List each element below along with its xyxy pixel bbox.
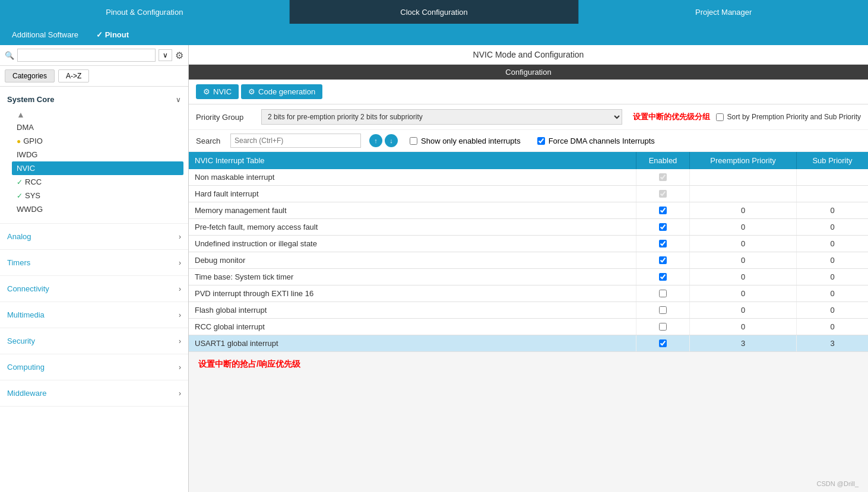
sidebar-item-nvic[interactable]: NVIC: [12, 161, 183, 175]
snav-pinout[interactable]: ✓ Pinout: [96, 30, 129, 39]
enabled-cell[interactable]: [636, 186, 690, 202]
sidebar-item-iwdg[interactable]: IWDG: [12, 148, 183, 161]
subpriority-cell: [797, 169, 868, 185]
second-nav: Additional Software ✓ Pinout: [0, 24, 868, 45]
enabled-cell[interactable]: [636, 252, 690, 268]
section-header-multimedia[interactable]: Multimedia ›: [0, 306, 188, 324]
section-timers: Timers ›: [0, 250, 188, 276]
enabled-checkbox[interactable]: [659, 173, 667, 181]
tab-categories[interactable]: Categories: [5, 69, 55, 82]
chevron-right-icon-security: ›: [179, 337, 181, 345]
preemption-cell: [690, 186, 797, 202]
subpriority-cell: 0: [797, 202, 868, 218]
enabled-cell[interactable]: [636, 285, 690, 301]
chevron-down-icon: ∨: [176, 96, 181, 104]
nav-project[interactable]: Project Manager: [579, 0, 868, 24]
preemption-cell: 0: [690, 302, 797, 318]
sidebar-item-gpio[interactable]: ● GPIO: [12, 134, 183, 148]
enabled-cell[interactable]: [636, 269, 690, 285]
section-title-computing: Computing: [7, 363, 45, 372]
section-header-analog[interactable]: Analog ›: [0, 227, 188, 246]
nvic-tab-icon: ⚙: [203, 87, 210, 96]
section-header-security[interactable]: Security ›: [0, 332, 188, 350]
check-icon-sys: ✓: [17, 192, 23, 200]
enabled-checkbox[interactable]: [659, 240, 667, 247]
sidebar-item-dma[interactable]: DMA: [12, 120, 183, 134]
subpriority-cell: 0: [797, 285, 868, 301]
chevron-right-icon-connectivity: ›: [179, 285, 181, 293]
sidebar-item-sys[interactable]: ✓ SYS: [12, 189, 183, 202]
table-row: Undefined instruction or illegal state00: [189, 236, 868, 252]
section-header-computing[interactable]: Computing ›: [0, 358, 188, 376]
gear-icon[interactable]: ⚙: [175, 50, 183, 61]
enabled-checkbox[interactable]: [659, 190, 667, 198]
enabled-cell[interactable]: [636, 202, 690, 218]
tab-nvic[interactable]: ⚙ NVIC: [196, 84, 239, 99]
search-next-btn[interactable]: ↓: [385, 134, 398, 147]
table-body: Non maskable interruptHard fault interru…: [189, 169, 868, 352]
force-dma-label: Force DMA channels Interrupts: [549, 137, 655, 145]
tab-atoz[interactable]: A->Z: [58, 69, 89, 82]
force-dma-wrap: Force DMA channels Interrupts: [537, 137, 655, 145]
search-label: Search: [196, 137, 226, 145]
tabs-bar: ⚙ NVIC ⚙ Code generation: [189, 80, 868, 104]
section-header-system-core[interactable]: System Core ∨: [0, 90, 188, 109]
nvic-table: NVIC Interrupt Table Enabled Preemption …: [189, 152, 868, 492]
table-row: RCC global interrupt00: [189, 319, 868, 335]
search-icon: 🔍: [5, 51, 14, 60]
priority-group-row: Priority Group 2 bits for pre-emption pr…: [189, 104, 868, 130]
section-computing: Computing ›: [0, 354, 188, 380]
enabled-checkbox[interactable]: [659, 339, 667, 347]
enabled-checkbox[interactable]: [659, 306, 667, 314]
show-enabled-wrap: Show only enabled interrupts: [410, 137, 521, 145]
subpriority-cell: 3: [797, 335, 868, 351]
system-core-items: ▲ DMA ● GPIO IWDG NVIC ✓ RCC: [0, 109, 188, 220]
preemption-cell: 0: [690, 285, 797, 301]
show-enabled-checkbox[interactable]: [410, 137, 417, 145]
table-row: PVD interrupt through EXTI line 1600: [189, 285, 868, 302]
section-header-connectivity[interactable]: Connectivity ›: [0, 280, 188, 298]
sidebar-item-rcc[interactable]: ✓ RCC: [12, 175, 183, 189]
content-header: NVIC Mode and Configuration: [189, 45, 868, 65]
code-gen-tab-icon: ⚙: [248, 87, 255, 96]
preemption-cell: 3: [690, 335, 797, 351]
subpriority-cell: [797, 186, 868, 202]
subpriority-cell: 0: [797, 269, 868, 285]
enabled-cell[interactable]: [636, 169, 690, 185]
enabled-checkbox[interactable]: [659, 290, 667, 297]
enabled-checkbox[interactable]: [659, 273, 667, 281]
enabled-cell[interactable]: [636, 319, 690, 335]
show-enabled-label: Show only enabled interrupts: [421, 137, 521, 145]
search-dropdown-btn[interactable]: ∨: [159, 49, 172, 61]
priority-group-select[interactable]: 2 bits for pre-emption priority 2 bits f…: [261, 109, 622, 125]
force-dma-checkbox[interactable]: [537, 137, 545, 145]
table-row: Non maskable interrupt: [189, 169, 868, 186]
nav-pinout[interactable]: Pinout & Configuration: [0, 0, 290, 24]
enabled-cell[interactable]: [636, 219, 690, 235]
preemption-annotation: 设置中断的抢占/响应优先级: [198, 359, 300, 369]
enabled-checkbox[interactable]: [659, 223, 667, 231]
table-row: Memory management fault00: [189, 202, 868, 219]
section-header-timers[interactable]: Timers ›: [0, 253, 188, 272]
snav-additional[interactable]: Additional Software: [12, 30, 78, 39]
config-bar: Configuration: [189, 65, 868, 80]
enabled-cell[interactable]: [636, 302, 690, 318]
search-input[interactable]: [230, 134, 361, 148]
enabled-cell[interactable]: [636, 236, 690, 252]
search-input[interactable]: [17, 49, 156, 62]
section-security: Security ›: [0, 328, 188, 354]
section-header-middleware[interactable]: Middleware ›: [0, 384, 188, 402]
enabled-checkbox[interactable]: [659, 207, 667, 214]
enabled-cell[interactable]: [636, 335, 690, 351]
nav-clock[interactable]: Clock Configuration: [290, 0, 579, 24]
sidebar-item-wwdg[interactable]: WWDG: [12, 202, 183, 216]
sort-priority-checkbox[interactable]: [716, 113, 724, 121]
interrupt-label: Pre-fetch fault, memory access fault: [189, 219, 636, 235]
interrupt-label: Non maskable interrupt: [189, 169, 636, 185]
interrupt-label: Flash global interrupt: [189, 302, 636, 318]
search-prev-btn[interactable]: ↑: [369, 134, 382, 147]
tab-code-generation[interactable]: ⚙ Code generation: [241, 84, 322, 99]
enabled-checkbox[interactable]: [659, 256, 667, 264]
content-area: NVIC Mode and Configuration Configuratio…: [189, 45, 868, 492]
enabled-checkbox[interactable]: [659, 323, 667, 331]
